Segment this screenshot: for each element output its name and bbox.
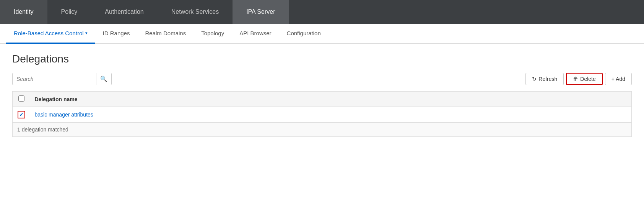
refresh-icon: ↻ (532, 76, 537, 82)
nav-item-identity[interactable]: Identity (0, 0, 47, 24)
delegation-name-link[interactable]: basic manager attributes (35, 112, 93, 118)
toolbar: 🔍 ↻ Refresh 🗑 Delete + Add (12, 73, 632, 85)
subnav-item-topology[interactable]: Topology (194, 24, 232, 44)
delegation-name-header: Delegation name (30, 92, 632, 107)
row-checkbox[interactable] (18, 111, 25, 118)
add-button[interactable]: + Add (605, 73, 632, 85)
table-row: basic manager attributes (13, 107, 632, 123)
nav-item-network-services[interactable]: Network Services (158, 0, 233, 24)
page-title: Delegations (12, 53, 632, 65)
chevron-down-icon: ▾ (85, 31, 88, 36)
action-buttons: ↻ Refresh 🗑 Delete + Add (525, 73, 632, 85)
nav-item-ipa-server[interactable]: IPA Server (233, 0, 289, 24)
sub-nav: Role-Based Access Control ▾ ID Ranges Re… (0, 24, 644, 44)
delete-button[interactable]: 🗑 Delete (566, 73, 602, 85)
main-content: Delegations 🔍 ↻ Refresh 🗑 Delete + Add (0, 44, 644, 146)
subnav-item-rbac[interactable]: Role-Based Access Control ▾ (6, 24, 95, 44)
table-footer: 1 delegation matched (12, 123, 632, 137)
select-all-checkbox[interactable] (18, 95, 24, 102)
subnav-item-realm-domains[interactable]: Realm Domains (137, 24, 194, 44)
search-box: 🔍 (12, 73, 112, 85)
delegations-table: Delegation name basic manager attributes (12, 91, 632, 123)
subnav-item-id-ranges[interactable]: ID Ranges (95, 24, 138, 44)
refresh-button[interactable]: ↻ Refresh (525, 73, 564, 85)
table-header-row: Delegation name (13, 92, 632, 107)
search-button[interactable]: 🔍 (96, 73, 111, 85)
search-input[interactable] (13, 74, 96, 84)
nav-item-authentication[interactable]: Authentication (91, 0, 157, 24)
select-all-column (13, 92, 30, 107)
row-checkbox-cell (13, 107, 30, 123)
subnav-item-api-browser[interactable]: API Browser (232, 24, 279, 44)
delete-icon: 🗑 (573, 76, 578, 82)
subnav-item-configuration[interactable]: Configuration (279, 24, 329, 44)
search-icon: 🔍 (100, 76, 107, 82)
top-nav: Identity Policy Authentication Network S… (0, 0, 644, 24)
nav-item-policy[interactable]: Policy (47, 0, 91, 24)
delegation-name-cell: basic manager attributes (30, 107, 632, 123)
